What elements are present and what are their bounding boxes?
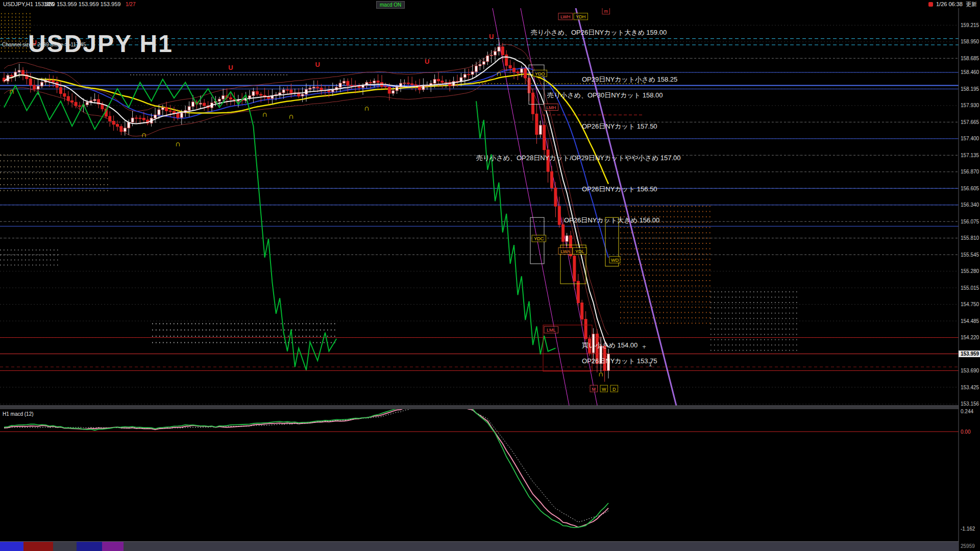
- svg-text:LML: LML: [547, 328, 556, 333]
- svg-text:∩: ∩: [598, 369, 604, 378]
- svg-text:156.605: 156.605: [961, 186, 979, 191]
- timeline-bar[interactable]: [0, 541, 959, 551]
- svg-text:154.220: 154.220: [961, 335, 979, 340]
- timeline-segment-0[interactable]: [0, 542, 23, 551]
- svg-text:買い小さめ 154.00: 買い小さめ 154.00: [582, 341, 638, 349]
- timeline-segment-3[interactable]: [77, 542, 102, 551]
- svg-text:153.690: 153.690: [961, 368, 979, 373]
- svg-text:W: W: [602, 387, 606, 392]
- svg-text:155.015: 155.015: [961, 285, 979, 291]
- svg-text:∩: ∩: [364, 104, 370, 112]
- chart-canvas[interactable]: LWHYDHmYDOLMHYDCLWAYDLWDLMLMWD売り小さめ、OP26…: [0, 0, 980, 551]
- svg-text:∩: ∩: [141, 130, 146, 139]
- update-icon[interactable]: [928, 2, 933, 7]
- timeline-segment-2[interactable]: [53, 542, 77, 551]
- svg-text:YDH: YDH: [576, 14, 585, 19]
- svg-text:156.870: 156.870: [961, 169, 979, 174]
- svg-text:WD: WD: [611, 258, 619, 263]
- svg-text:YDO: YDO: [535, 71, 545, 77]
- update-button[interactable]: 更新: [966, 1, 977, 8]
- svg-text:156.340: 156.340: [961, 202, 979, 208]
- timeline-segment-1[interactable]: [23, 542, 53, 551]
- svg-text:25959: 25959: [961, 543, 975, 549]
- svg-text:-1.162: -1.162: [961, 526, 975, 532]
- timeline-date-1: 1/26: [44, 2, 54, 7]
- svg-text:LWH: LWH: [560, 14, 570, 19]
- svg-text:0.244: 0.244: [961, 409, 973, 414]
- svg-text:YDC: YDC: [534, 236, 544, 241]
- svg-text:LWA: LWA: [560, 249, 570, 254]
- svg-text:1: 1: [649, 361, 652, 367]
- svg-text:+: +: [642, 343, 646, 350]
- svg-text:158.950: 158.950: [961, 39, 979, 44]
- svg-text:∩: ∩: [262, 110, 267, 118]
- svg-text:155.280: 155.280: [961, 268, 979, 274]
- svg-text:156.075: 156.075: [961, 219, 979, 224]
- svg-text:OP26日NYカット大きめ 156.00: OP26日NYカット大きめ 156.00: [564, 216, 659, 224]
- svg-text:∩: ∩: [288, 112, 294, 120]
- svg-text:OP29日NYカット小さめ 158.25: OP29日NYカット小さめ 158.25: [582, 76, 677, 83]
- timeline-segment-4[interactable]: [102, 542, 124, 551]
- svg-text:M: M: [592, 387, 596, 392]
- svg-text:157.135: 157.135: [961, 153, 979, 158]
- svg-text:U: U: [228, 64, 233, 71]
- svg-text:158.685: 158.685: [961, 56, 979, 61]
- svg-text:OP26日NYカット 153.75: OP26日NYカット 153.75: [582, 357, 657, 365]
- macd-toggle-button[interactable]: macd ON: [376, 1, 405, 9]
- window-title: USDJPY,H1 153.959 153.959 153.959 153.95…: [3, 1, 120, 7]
- trading-terminal-screen: { "window": { "title": "USDJPY,H1 153.95…: [0, 0, 980, 551]
- svg-text:155.810: 155.810: [961, 235, 979, 241]
- svg-text:157.665: 157.665: [961, 119, 979, 125]
- title-bar: USDJPY,H1 153.959 153.959 153.959 153.95…: [0, 0, 980, 8]
- svg-text:154.485: 154.485: [961, 318, 979, 324]
- svg-text:0.00: 0.00: [961, 429, 971, 435]
- svg-text:∩: ∩: [175, 139, 181, 148]
- svg-text:LMH: LMH: [546, 105, 556, 110]
- channel-info-label: Channel size = 2689 Slope = -117.45: [2, 42, 86, 47]
- svg-text:∩: ∩: [9, 87, 14, 95]
- svg-text:154.750: 154.750: [961, 302, 979, 307]
- svg-text:153.425: 153.425: [961, 385, 979, 390]
- svg-text:D: D: [612, 387, 616, 392]
- svg-text:売り小さめ、OP30日NYカット 158.00: 売り小さめ、OP30日NYカット 158.00: [547, 91, 663, 99]
- svg-text:売り小さめ、OP26日NYカット大きめ 159.00: 売り小さめ、OP26日NYカット大きめ 159.00: [531, 29, 667, 36]
- svg-text:∩: ∩: [496, 69, 502, 78]
- svg-text:OP26日NYカット 156.50: OP26日NYカット 156.50: [582, 185, 657, 193]
- svg-text:153.156: 153.156: [961, 401, 979, 407]
- svg-text:YDL: YDL: [575, 249, 584, 254]
- datetime-label: 1/26 06:38: [936, 1, 963, 7]
- timeline-segment-rest[interactable]: [153, 542, 959, 551]
- timeline-segment-5[interactable]: [124, 542, 153, 551]
- svg-text:157.930: 157.930: [961, 103, 979, 108]
- svg-text:U: U: [489, 33, 494, 40]
- svg-text:153.959: 153.959: [961, 351, 979, 357]
- svg-text:U: U: [315, 61, 320, 68]
- svg-text:157.400: 157.400: [961, 136, 979, 141]
- svg-text:U: U: [425, 58, 429, 65]
- svg-text:OP26日NYカット 157.50: OP26日NYカット 157.50: [582, 122, 657, 130]
- svg-text:158.460: 158.460: [961, 69, 979, 75]
- svg-text:159.215: 159.215: [961, 22, 979, 28]
- svg-text:158.195: 158.195: [961, 86, 979, 92]
- macd-pane-label: H1 macd (12): [3, 411, 34, 417]
- svg-text:m: m: [604, 9, 608, 14]
- svg-text:155.545: 155.545: [961, 252, 979, 258]
- svg-text:売り小さめ、OP28日NYカット/OP29日NYカットやや小: 売り小さめ、OP28日NYカット/OP29日NYカットやや小さめ 157.00: [476, 154, 681, 162]
- timeline-date-2: 1/27: [126, 2, 135, 7]
